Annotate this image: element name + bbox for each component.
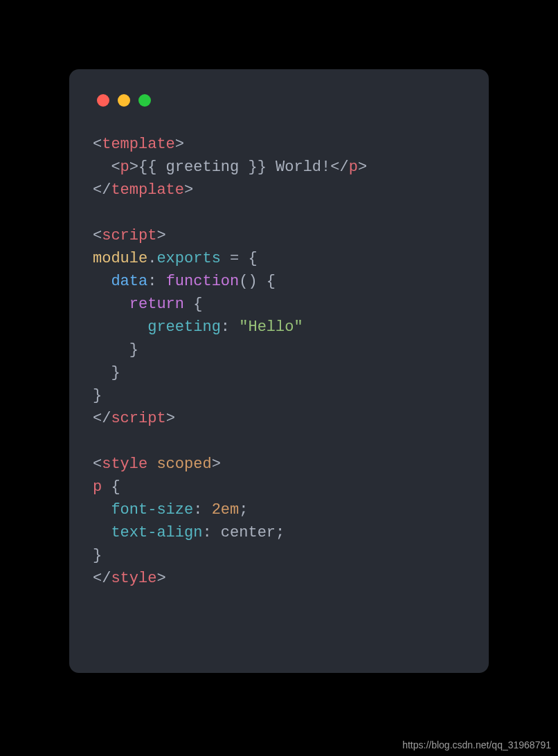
- attribute-name: scoped: [156, 456, 211, 473]
- keyword: return: [129, 296, 184, 313]
- indent: [93, 318, 147, 336]
- parens: () {: [239, 273, 276, 290]
- keyword: function: [166, 273, 240, 290]
- brace: {: [102, 478, 120, 496]
- brace: }: [129, 341, 138, 359]
- angle-bracket: <: [93, 227, 102, 244]
- brace: }: [93, 387, 102, 404]
- angle-bracket: </: [93, 410, 111, 427]
- brace: }: [93, 547, 102, 564]
- indent: [93, 501, 111, 519]
- angle-bracket: </: [330, 159, 348, 176]
- indent: [93, 524, 111, 541]
- property-name: greeting: [147, 318, 221, 336]
- angle-bracket: >: [184, 181, 193, 199]
- code-block: <template> <p>{{ greeting }} World!</p> …: [93, 133, 465, 590]
- traffic-lights: [97, 94, 465, 107]
- dot: .: [147, 250, 156, 267]
- close-icon[interactable]: [97, 94, 109, 107]
- indent: [93, 364, 111, 381]
- css-value: center: [221, 524, 276, 541]
- indent: [93, 296, 129, 313]
- indent: [93, 273, 111, 290]
- tag-name: template: [111, 181, 184, 199]
- css-selector: p: [93, 478, 102, 496]
- string-literal: "Hello": [239, 318, 303, 336]
- brace: {: [184, 296, 202, 313]
- maximize-icon[interactable]: [138, 94, 151, 107]
- indent: [93, 159, 111, 176]
- angle-bracket: >: [166, 410, 175, 427]
- exports-ident: exports: [156, 250, 220, 267]
- tag-name: script: [111, 410, 165, 427]
- angle-bracket: <: [93, 456, 102, 473]
- angle-bracket: >: [156, 227, 165, 244]
- colon: :: [221, 318, 239, 336]
- css-property: text-align: [111, 524, 202, 541]
- semicolon: ;: [276, 524, 285, 541]
- indent: [93, 341, 129, 359]
- angle-bracket: >: [129, 159, 138, 176]
- module-ident: module: [93, 250, 147, 267]
- css-property: font-size: [111, 501, 193, 519]
- minimize-icon[interactable]: [118, 94, 130, 107]
- code-text: = {: [221, 250, 258, 267]
- angle-bracket: >: [156, 570, 165, 587]
- angle-bracket: >: [212, 456, 221, 473]
- tag-name: p: [120, 159, 129, 176]
- brace: }: [111, 364, 120, 381]
- angle-bracket: <: [111, 159, 120, 176]
- code-window: <template> <p>{{ greeting }} World!</p> …: [69, 69, 489, 673]
- colon: :: [147, 273, 165, 290]
- semicolon: ;: [239, 501, 248, 519]
- colon: :: [193, 501, 211, 519]
- angle-bracket: </: [93, 570, 111, 587]
- property-name: data: [111, 273, 147, 290]
- tag-name: style: [102, 456, 147, 473]
- tag-name: template: [102, 136, 175, 153]
- css-value: 2em: [212, 501, 240, 519]
- watermark-text: https://blog.csdn.net/qq_31968791: [402, 739, 551, 750]
- tag-name: script: [102, 227, 156, 244]
- angle-bracket: <: [93, 136, 102, 153]
- tag-name: style: [111, 570, 156, 587]
- template-expression: {{ greeting }} World!: [138, 159, 330, 176]
- angle-bracket: >: [175, 136, 184, 153]
- tag-name: p: [349, 159, 358, 176]
- angle-bracket: </: [93, 181, 111, 199]
- angle-bracket: >: [358, 159, 367, 176]
- space: [147, 456, 156, 473]
- colon: :: [202, 524, 220, 541]
